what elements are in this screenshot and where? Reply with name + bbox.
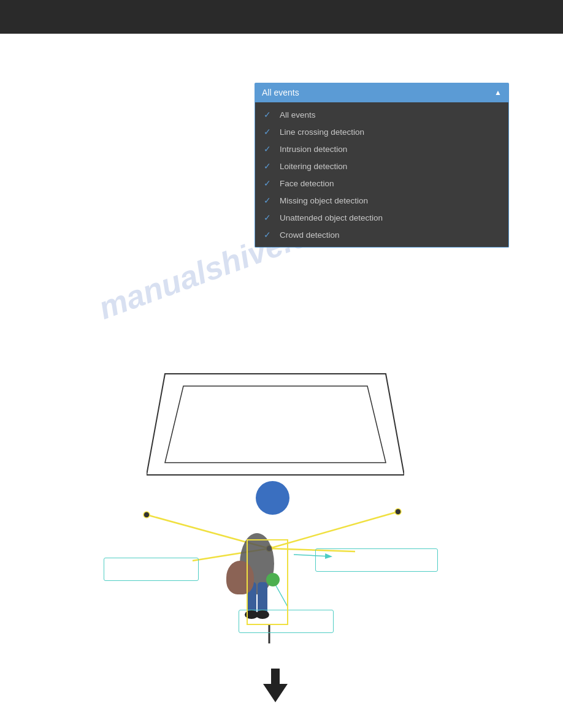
camera-frame bbox=[147, 368, 404, 484]
svg-marker-17 bbox=[263, 684, 288, 702]
svg-rect-18 bbox=[271, 669, 280, 686]
check-icon-face: ✓ bbox=[264, 178, 274, 188]
dropdown-item-crowd[interactable]: ✓ Crowd detection bbox=[255, 226, 508, 243]
dropdown-item-label: Intrusion detection bbox=[280, 145, 347, 154]
check-icon-unattended-object: ✓ bbox=[264, 213, 274, 222]
dropdown-item-line-crossing[interactable]: ✓ Line crossing detection bbox=[255, 123, 508, 140]
dropdown-item-unattended-object[interactable]: ✓ Unattended object detection bbox=[255, 209, 508, 226]
down-arrow bbox=[260, 669, 291, 705]
check-icon-missing-object: ✓ bbox=[264, 195, 274, 205]
dropdown-header[interactable]: All events ▲ bbox=[255, 83, 509, 102]
callout-right bbox=[315, 548, 438, 572]
illustration-container bbox=[98, 368, 465, 711]
header-bar bbox=[0, 0, 563, 34]
dropdown-item-label: Missing object detection bbox=[280, 196, 368, 205]
svg-line-3 bbox=[269, 512, 398, 548]
check-icon-all-events: ✓ bbox=[264, 110, 274, 119]
check-icon-intrusion: ✓ bbox=[264, 144, 274, 154]
svg-point-6 bbox=[144, 512, 150, 518]
dropdown-arrow-icon: ▲ bbox=[494, 88, 502, 97]
dropdown-item-label: Unattended object detection bbox=[280, 213, 383, 222]
svg-point-7 bbox=[395, 509, 401, 515]
green-dot bbox=[266, 573, 280, 586]
dropdown-item-label: All events bbox=[280, 110, 316, 119]
dropdown-item-intrusion[interactable]: ✓ Intrusion detection bbox=[255, 140, 508, 157]
dropdown-item-label: Line crossing detection bbox=[280, 127, 364, 137]
dropdown-item-loitering[interactable]: ✓ Loitering detection bbox=[255, 157, 508, 175]
dropdown-item-face[interactable]: ✓ Face detection bbox=[255, 175, 508, 192]
dropdown-item-label: Face detection bbox=[280, 179, 334, 188]
dropdown-container: All events ▲ ✓ All events ✓ Line crossin… bbox=[255, 83, 509, 248]
dropdown-item-all-events[interactable]: ✓ All events bbox=[255, 106, 508, 123]
dropdown-item-missing-object[interactable]: ✓ Missing object detection bbox=[255, 192, 508, 209]
callout-left bbox=[104, 558, 199, 581]
svg-marker-1 bbox=[165, 386, 386, 463]
dropdown-header-label: All events bbox=[262, 88, 299, 97]
dropdown-item-label: Crowd detection bbox=[280, 230, 340, 240]
svg-marker-0 bbox=[147, 374, 404, 475]
check-icon-loitering: ✓ bbox=[264, 161, 274, 171]
dropdown-item-label: Loitering detection bbox=[280, 162, 347, 171]
check-icon-crowd: ✓ bbox=[264, 230, 274, 240]
check-icon-line-crossing: ✓ bbox=[264, 127, 274, 137]
dropdown-list: ✓ All events ✓ Line crossing detection ✓… bbox=[255, 102, 509, 248]
